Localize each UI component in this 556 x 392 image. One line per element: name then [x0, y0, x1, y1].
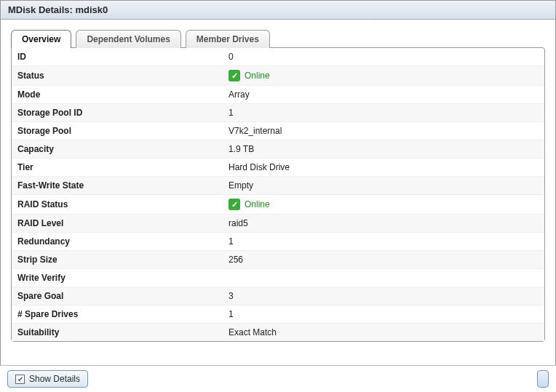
- label-raid-status: RAID Status: [17, 199, 229, 209]
- row-id: ID 0: [12, 48, 544, 66]
- label-strip: Strip Size: [17, 255, 229, 265]
- label-fastwrite: Fast-Write State: [17, 180, 229, 191]
- overview-panel: ID 0 Status ✓ Online Mode Array Storage …: [11, 47, 545, 342]
- label-spare-drives: # Spare Drives: [17, 309, 229, 319]
- label-raid-level: RAID Level: [17, 218, 229, 228]
- label-pool: Storage Pool: [17, 126, 229, 136]
- value-strip: 256: [229, 255, 243, 265]
- value-id: 0: [229, 52, 234, 62]
- label-spare-goal: Spare Goal: [17, 291, 229, 301]
- show-details-label: Show Details: [29, 374, 80, 384]
- value-spare-goal: 3: [229, 291, 234, 301]
- row-pool: Storage Pool V7k2_internal: [12, 122, 544, 140]
- row-pool-id: Storage Pool ID 1: [12, 104, 544, 122]
- value-fastwrite: Empty: [229, 180, 253, 191]
- row-capacity: Capacity 1.9 TB: [12, 140, 544, 159]
- row-status: Status ✓ Online: [12, 66, 544, 86]
- content-area: Overview Dependent Volumes Member Drives…: [1, 20, 555, 342]
- value-suitability: Exact Match: [229, 327, 277, 337]
- checkbox-checked-icon: ✔: [15, 375, 25, 384]
- status-text: Online: [245, 71, 270, 81]
- label-write-verify: Write Verify: [17, 273, 229, 283]
- label-mode: Mode: [17, 89, 229, 100]
- check-icon: ✓: [229, 199, 240, 210]
- show-details-button[interactable]: ✔ Show Details: [7, 370, 88, 388]
- value-mode: Array: [229, 89, 250, 100]
- row-tier: Tier Hard Disk Drive: [12, 159, 544, 177]
- label-id: ID: [17, 52, 229, 62]
- value-spare-drives: 1: [229, 309, 234, 319]
- label-tier: Tier: [17, 162, 229, 172]
- row-fastwrite: Fast-Write State Empty: [12, 177, 544, 195]
- value-capacity: 1.9 TB: [229, 144, 254, 154]
- value-pool: V7k2_internal: [229, 126, 282, 136]
- footer-bar: ✔ Show Details: [0, 365, 556, 392]
- tab-bar: Overview Dependent Volumes Member Drives: [11, 30, 545, 48]
- label-capacity: Capacity: [17, 144, 229, 154]
- row-mode: Mode Array: [12, 86, 544, 104]
- row-write-verify: Write Verify: [12, 269, 544, 287]
- footer-right-button[interactable]: [537, 370, 549, 388]
- value-tier: Hard Disk Drive: [229, 162, 290, 172]
- window-title: MDisk Details: mdisk0: [1, 1, 555, 20]
- row-raid-status: RAID Status ✓ Online: [12, 195, 544, 215]
- tab-dependent-volumes[interactable]: Dependent Volumes: [76, 30, 180, 48]
- label-pool-id: Storage Pool ID: [17, 108, 229, 118]
- value-raid-status: ✓ Online: [229, 199, 270, 210]
- row-suitability: Suitability Exact Match: [12, 324, 544, 341]
- value-raid-level: raid5: [229, 218, 248, 228]
- value-pool-id: 1: [229, 108, 234, 118]
- row-strip: Strip Size 256: [12, 251, 544, 269]
- tab-overview[interactable]: Overview: [11, 30, 71, 48]
- row-raid-level: RAID Level raid5: [12, 215, 544, 233]
- raid-status-text: Online: [245, 199, 270, 209]
- value-redundancy: 1: [229, 236, 234, 247]
- label-status: Status: [17, 71, 229, 81]
- row-spare-drives: # Spare Drives 1: [12, 305, 544, 324]
- tab-member-drives[interactable]: Member Drives: [186, 30, 270, 48]
- label-suitability: Suitability: [17, 327, 229, 337]
- label-redundancy: Redundancy: [17, 236, 229, 247]
- check-icon: ✓: [229, 70, 240, 81]
- row-spare-goal: Spare Goal 3: [12, 287, 544, 305]
- value-status: ✓ Online: [229, 70, 270, 81]
- row-redundancy: Redundancy 1: [12, 233, 544, 251]
